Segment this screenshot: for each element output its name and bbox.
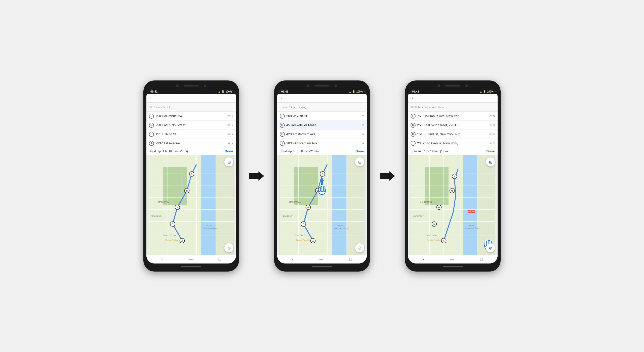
svg-text:D: D: [433, 223, 435, 226]
map-controls-1: ⊞: [224, 157, 233, 166]
drag-i-3[interactable]: ≡: [490, 141, 492, 145]
address-f-2[interactable]: 200 W 70th St: [286, 114, 361, 118]
layers-btn-1[interactable]: ⊞: [224, 157, 233, 166]
done-btn-1[interactable]: Done: [225, 149, 233, 153]
nav-overview-btn-1[interactable]: □: [219, 257, 221, 261]
done-btn-3[interactable]: Done: [487, 149, 495, 153]
drag-i-1[interactable]: ≡: [228, 141, 230, 145]
waypoint-row-i-3: I 2337 1st Avenue, New York,... ≡ ×: [408, 139, 498, 148]
address-h-1[interactable]: 151 E 82nd St: [155, 132, 226, 136]
close-f-3[interactable]: ×: [493, 114, 495, 118]
address-f-3[interactable]: 750 Columbus Ave, New Yor...: [417, 114, 488, 118]
time-2: 09:41: [281, 90, 288, 93]
address-i-3[interactable]: 2337 1st Avenue, New York,...: [417, 141, 488, 145]
battery-icon-1: 🔋: [221, 90, 224, 93]
close-h-3[interactable]: ×: [493, 132, 495, 136]
status-bar-2: 09:41 ▲ 🔋 100%: [277, 89, 367, 94]
label-h-3: H: [411, 132, 416, 137]
phone-top-bar-3: [408, 83, 498, 89]
location-btn-1[interactable]: ⊕: [224, 243, 233, 252]
layers-btn-2[interactable]: ⊞: [355, 157, 364, 166]
svg-marker-61: [320, 178, 324, 185]
layers-btn-3[interactable]: ⊞: [486, 157, 495, 166]
svg-text:H: H: [177, 206, 178, 209]
camera-4: [335, 84, 337, 87]
nav-home-btn-3[interactable]: —: [450, 257, 454, 261]
svg-rect-64: [322, 186, 323, 192]
location-btn-3[interactable]: ⊕: [486, 243, 495, 252]
nav-home-btn-1[interactable]: —: [189, 257, 193, 261]
waypoints-3: 1030 Amsterdam Ave, New... F 750 Columbu…: [408, 103, 498, 148]
nav-back-btn-2[interactable]: ‹: [292, 257, 294, 261]
signal-icon-3: ▲: [480, 90, 482, 93]
speaker-2: [314, 85, 330, 86]
trip-summary-3: Total trip: 1 hr 12 min (18 mi) Done: [408, 148, 498, 155]
svg-rect-33: [332, 155, 346, 255]
svg-text:MANHATTAN: MANHATTAN: [289, 201, 301, 203]
back-btn-1[interactable]: ←: [149, 96, 154, 101]
nav-overview-btn-2[interactable]: □: [349, 257, 352, 261]
time-1: 09:41: [150, 90, 157, 93]
map-controls-3: ⊞: [486, 157, 495, 166]
trip-text-1: Total trip: 1 hr 18 min (21 mi): [149, 150, 188, 153]
waypoint-row-h-3: H 151 E 82nd St, New York, NY... ≡ ×: [408, 130, 498, 139]
map-svg-1: A B H G D MANHATTAN NEW JERSEY Central P…: [146, 155, 236, 255]
drag-f-2[interactable]: ≡: [362, 114, 364, 118]
svg-rect-2: [201, 155, 216, 255]
waypoint-row-i-1: I 2337 1st Avenue ≡ ×: [146, 139, 236, 148]
drag-f-3[interactable]: ≡: [490, 114, 492, 118]
drag-h-2[interactable]: ≡: [362, 132, 364, 136]
nav-home-btn-2[interactable]: —: [319, 257, 324, 261]
svg-text:E: E: [454, 175, 455, 178]
svg-text:A: A: [181, 240, 183, 242]
address-h-3[interactable]: 151 E 82nd St, New York, NY...: [417, 132, 488, 136]
back-btn-2[interactable]: ←: [280, 96, 285, 101]
close-i-1[interactable]: ×: [231, 141, 233, 145]
camera-5: [438, 84, 440, 87]
camera-3: [307, 84, 309, 87]
address-f-1[interactable]: 750 Columbus Ave: [155, 114, 226, 118]
waypoints-1: 10 Rockefeller Plaza F 750 Columbus Ave …: [146, 103, 236, 148]
address-i-2[interactable]: 1030 Amsterdam Ave: [286, 141, 361, 145]
waypoint-row-g-2: G 45 Rockefeller Plaza ≡: [277, 121, 367, 130]
location-btn-2[interactable]: ⊕: [355, 243, 364, 252]
address-g-2[interactable]: 45 Rockefeller Plaza: [286, 123, 361, 127]
address-i-1[interactable]: 2337 1st Avenue: [155, 141, 226, 145]
close-h-1[interactable]: ×: [231, 132, 233, 136]
address-g-3[interactable]: 250 East 57th Street, 226 E...: [417, 123, 488, 127]
svg-rect-70: [463, 155, 477, 255]
label-f-1: F: [149, 114, 154, 119]
drag-i-2[interactable]: ≡: [362, 141, 364, 145]
close-i-3[interactable]: ×: [493, 141, 495, 145]
address-g-1[interactable]: 250 East 57th Street: [155, 123, 226, 127]
back-btn-3[interactable]: ←: [411, 96, 416, 101]
address-h-2[interactable]: 423 Amsterdam Ave: [286, 132, 361, 136]
svg-marker-67: [380, 171, 395, 181]
drag-h-1[interactable]: ≡: [228, 132, 230, 136]
sys-nav-2: ‹ — □: [277, 255, 367, 263]
nav-back-btn-1[interactable]: ‹: [162, 257, 163, 261]
waypoint-row-i-2: I 1030 Amsterdam Ave ≡: [277, 139, 367, 148]
svg-text:B: B: [303, 223, 304, 226]
svg-text:H: H: [438, 206, 440, 209]
map-area-2: A B H G D MANHATTAN NEW JERSEY Central P…: [277, 155, 367, 255]
svg-marker-30: [249, 171, 264, 181]
drag-f-1[interactable]: ≡: [228, 114, 230, 118]
close-f-1[interactable]: ×: [231, 114, 233, 118]
drag-g-3[interactable]: ≡: [490, 123, 492, 127]
label-g-3: G: [411, 123, 416, 128]
done-btn-2[interactable]: Done: [356, 149, 364, 153]
close-g-3[interactable]: ×: [493, 123, 495, 127]
drag-g-1[interactable]: ≡: [228, 123, 230, 127]
svg-text:Central Park Zoo: Central Park Zoo: [425, 234, 437, 236]
svg-rect-34: [346, 155, 365, 255]
camera-2: [204, 84, 206, 87]
status-bar-3: 09:41 ▲ 🔋 100%: [408, 89, 498, 94]
nav-back-btn-3[interactable]: ‹: [423, 257, 424, 261]
drag-g-2[interactable]: ≡: [362, 123, 364, 127]
drag-h-3[interactable]: ≡: [490, 132, 492, 136]
layers-icon-1: ⊞: [227, 160, 231, 164]
nav-overview-btn-3[interactable]: □: [480, 257, 483, 261]
close-g-1[interactable]: ×: [231, 123, 233, 127]
battery-pct-3: 100%: [487, 90, 494, 93]
